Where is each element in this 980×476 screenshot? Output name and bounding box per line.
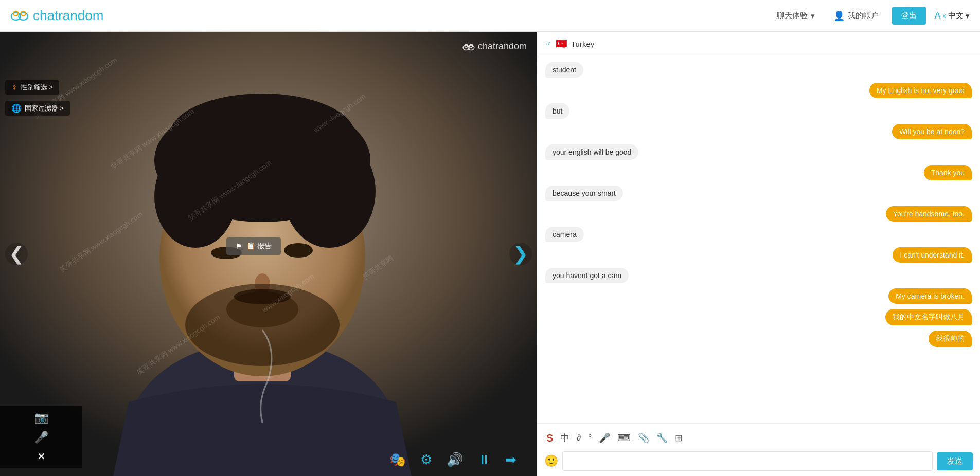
chat-message-3: Will you be at noon? [892, 124, 972, 139]
microphone-toggle-icon[interactable]: 🎤 [34, 431, 48, 444]
chat-header: ♂ 🇹🇷 Turkey [537, 32, 980, 56]
attachment-icon[interactable]: 📎 [636, 431, 651, 445]
message-input[interactable] [562, 451, 933, 471]
translate-icon: A [934, 10, 940, 21]
chat-message-13: 我很帅的 [929, 331, 972, 347]
svg-point-17 [234, 289, 291, 304]
chat-message-2: but [545, 103, 569, 119]
chevron-down-icon: ▾ [811, 11, 815, 21]
svg-point-3 [21, 11, 26, 15]
chat-message-11: My camera is broken. [888, 288, 972, 304]
camera-toggle-icon[interactable]: 📷 [34, 411, 48, 425]
country-filter-btn[interactable]: 🌐 国家过滤器 > [5, 101, 70, 116]
svg-point-20 [465, 44, 468, 47]
header: chatrandom 聊天体验 ▾ 👤 我的帐户 登出 A x 中文 ▾ [0, 0, 980, 32]
lang-chevron-icon: ▾ [966, 11, 970, 21]
bottom-controls: 📷 🎤 ✕ 🎭 ⚙ 🔊 ⏸ ➡ [0, 400, 537, 476]
mic-ime-icon[interactable]: 🎤 [597, 431, 612, 445]
svg-point-21 [470, 44, 473, 47]
chat-message-7: You're handsome, too. [886, 206, 972, 222]
degree-icon[interactable]: ° [586, 432, 594, 445]
next-arrow[interactable]: ❯ [509, 243, 532, 265]
chat-message-8: camera [545, 227, 584, 242]
chat-input-area: S 中 ∂ ° 🎤 ⌨ 📎 🔧 ⊞ 🙂 发送 [537, 423, 980, 476]
header-right: 聊天体验 ▾ 👤 我的帐户 登出 A x 中文 ▾ [772, 7, 970, 25]
ime-toolbar: S 中 ∂ ° 🎤 ⌨ 📎 🔧 ⊞ [544, 429, 973, 447]
chat-messages-list: studentMy English is not very goodbutWil… [537, 56, 980, 423]
video-panel: 笑哥共享网 www.xiaogcgh.com 笑哥共享网 www.xiaogcg… [0, 32, 537, 476]
mask-icon[interactable]: 🎭 [389, 452, 406, 468]
partial-icon[interactable]: ∂ [575, 432, 583, 444]
video-logo-overlay: chatrandom [462, 41, 527, 52]
chat-message-5: Thank you [924, 165, 972, 180]
chat-message-4: your english will be good [545, 144, 638, 160]
previous-arrow[interactable]: ❮ [5, 243, 28, 265]
svg-point-2 [13, 11, 18, 15]
logo-icon [10, 6, 29, 26]
chat-message-6: because your smart [545, 186, 623, 201]
logo-text: chatrandom [33, 8, 103, 24]
video-logo-text: chatrandom [478, 41, 527, 52]
keyboard-icon[interactable]: ⌨ [615, 431, 633, 445]
gender-filter-btn[interactable]: ♀ 性别筛选 > [5, 80, 59, 95]
report-button[interactable]: ⚑ 📋 报告 [226, 237, 281, 255]
next-chat-icon[interactable]: ➡ [505, 452, 516, 468]
female-icon: ♀ [11, 83, 17, 92]
chinese-input-icon[interactable]: 中 [558, 431, 572, 445]
wrench-icon[interactable]: 🔧 [654, 431, 670, 445]
logout-button[interactable]: 登出 [892, 7, 926, 25]
emoji-button[interactable]: 🙂 [544, 454, 558, 468]
main-content: 笑哥共享网 www.xiaogcgh.com 笑哥共享网 www.xiaogcg… [0, 32, 980, 476]
svg-point-13 [284, 243, 313, 258]
my-account-btn[interactable]: 👤 我的帐户 [828, 7, 884, 25]
user-gender-icon: ♂ [545, 39, 551, 48]
chat-message-1: My English is not very good [869, 83, 972, 98]
sohu-icon[interactable]: S [544, 431, 555, 445]
send-button[interactable]: 发送 [937, 452, 973, 470]
chat-message-10: you havent got a cam [545, 268, 629, 283]
user-country: Turkey [571, 40, 594, 48]
chat-message-0: student [545, 62, 583, 78]
user-flag-icon: 🇹🇷 [556, 38, 567, 49]
volume-icon[interactable]: 🔊 [447, 452, 463, 468]
camera-controls: 📷 🎤 ✕ [0, 406, 82, 468]
grid-icon[interactable]: ⊞ [673, 431, 685, 445]
video-toolbar: 🎭 ⚙ 🔊 ⏸ ➡ [389, 452, 516, 468]
flag-icon: ⚑ [236, 242, 242, 250]
chat-message-12: 我的中文名字叫做八月 [885, 309, 972, 325]
svg-point-11 [170, 94, 355, 176]
chat-panel: ♂ 🇹🇷 Turkey studentMy English is not ver… [537, 32, 980, 476]
message-input-row: 🙂 发送 [544, 451, 973, 471]
logo-area: chatrandom [10, 6, 103, 26]
globe-icon: 🌐 [11, 103, 22, 113]
pause-icon[interactable]: ⏸ [477, 452, 491, 468]
close-icon[interactable]: ✕ [37, 450, 46, 463]
settings-icon[interactable]: ⚙ [420, 452, 432, 468]
account-icon: 👤 [833, 10, 845, 22]
chat-experience-btn[interactable]: 聊天体验 ▾ [772, 8, 820, 24]
language-selector[interactable]: A x 中文 ▾ [934, 10, 970, 21]
chat-message-9: I can't understand it. [893, 247, 972, 263]
